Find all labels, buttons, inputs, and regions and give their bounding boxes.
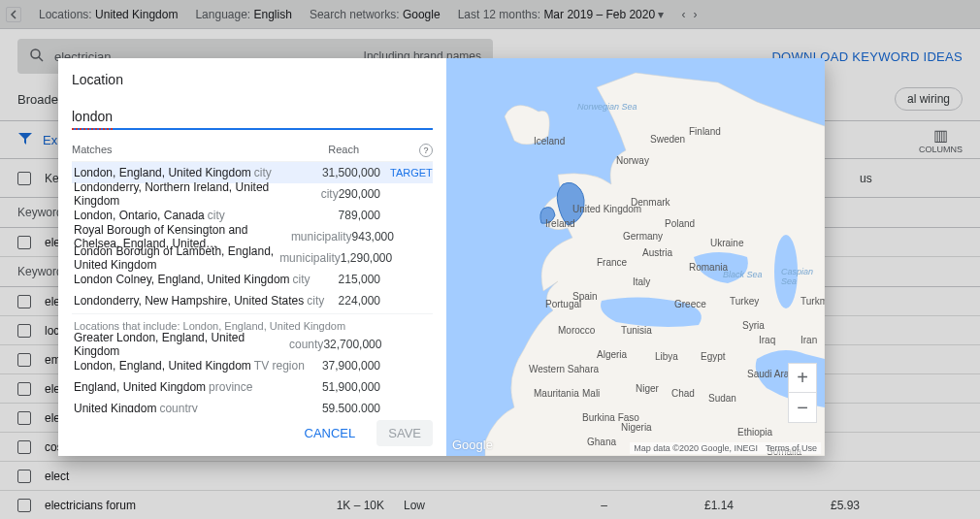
reach-header: Reach bbox=[328, 144, 359, 157]
map-zoom: + − bbox=[788, 363, 817, 423]
cancel-button[interactable]: CANCEL bbox=[293, 420, 368, 446]
save-button[interactable]: SAVE bbox=[376, 420, 433, 446]
location-result[interactable]: London Colney, England, United Kingdom c… bbox=[72, 269, 433, 290]
zoom-in-button[interactable]: + bbox=[789, 364, 816, 393]
modal-title: Location bbox=[72, 72, 433, 87]
zoom-out-button[interactable]: − bbox=[789, 393, 816, 422]
location-result[interactable]: Londonderry, Northern Ireland, United Ki… bbox=[72, 183, 433, 205]
matches-header: Matches bbox=[72, 144, 113, 157]
map-credits: Map data ©2020 Google, INEGI Terms of Us… bbox=[630, 442, 821, 454]
spellcheck-underline bbox=[72, 128, 113, 130]
map-svg bbox=[446, 58, 825, 456]
location-include[interactable]: Greater London, England, United Kingdom … bbox=[72, 334, 433, 355]
svg-point-3 bbox=[774, 235, 798, 308]
results-list: London, England, United Kingdom city31,5… bbox=[72, 161, 433, 412]
location-include[interactable]: London, England, United Kingdom TV regio… bbox=[72, 355, 433, 376]
location-result[interactable]: London Borough of Lambeth, England, Unit… bbox=[72, 247, 433, 269]
location-include[interactable]: United Kingdom country59,500,000 bbox=[72, 398, 433, 412]
location-include[interactable]: England, United Kingdom province51,900,0… bbox=[72, 376, 433, 398]
location-input[interactable] bbox=[72, 105, 433, 130]
location-modal: Location Matches Reach ? London, England… bbox=[58, 58, 825, 456]
google-logo: Google bbox=[452, 438, 493, 452]
map-data-credit: Map data ©2020 Google, INEGI bbox=[634, 443, 758, 453]
map-terms-link[interactable]: Terms of Use bbox=[766, 443, 817, 453]
location-result[interactable]: Londonderry, New Hampshire, United State… bbox=[72, 290, 433, 311]
help-icon[interactable]: ? bbox=[419, 144, 433, 157]
map-panel[interactable]: IcelandNorwaySwedenFinlandUnited Kingdom… bbox=[446, 58, 825, 456]
